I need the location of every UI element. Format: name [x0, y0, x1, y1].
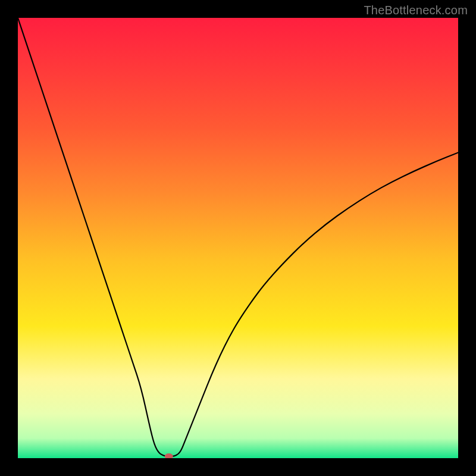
plot-area	[18, 18, 458, 458]
chart-svg	[18, 18, 458, 458]
watermark-text: TheBottleneck.com	[364, 4, 468, 17]
gradient-background	[18, 18, 458, 458]
chart-frame: TheBottleneck.com	[0, 0, 476, 476]
